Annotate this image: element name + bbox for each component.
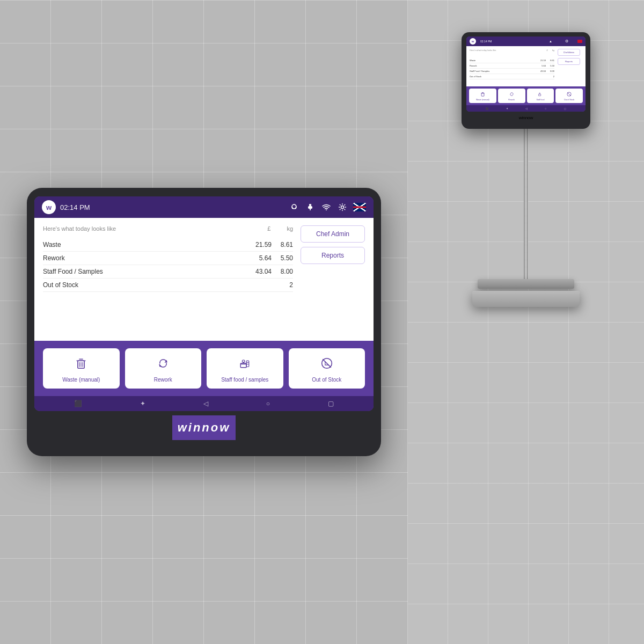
table-header-small: Here's what today looks like £ kg bbox=[470, 49, 554, 54]
reports-button-small[interactable]: Reports bbox=[558, 58, 580, 65]
table-header-title-small: Here's what today looks like bbox=[470, 49, 496, 52]
out-of-stock-label-sm: Out of Stock bbox=[564, 99, 574, 101]
rework-label: Rework bbox=[154, 376, 172, 383]
settings-icon[interactable] bbox=[337, 202, 348, 213]
row-val2: 8.00 bbox=[272, 268, 293, 275]
row-val2: 2 bbox=[272, 281, 293, 289]
rework-button-small[interactable]: Rework bbox=[498, 89, 525, 103]
nav-icon-5[interactable]: ▢ bbox=[328, 400, 334, 407]
svg-rect-3 bbox=[308, 206, 312, 209]
svg-point-6 bbox=[341, 206, 344, 209]
row-val1: 5.64 bbox=[245, 254, 272, 262]
top-bar-icons bbox=[289, 202, 366, 213]
nav-icon-sm-3[interactable]: ◁ bbox=[525, 107, 528, 110]
nav-icon-sm-5[interactable]: ▢ bbox=[564, 107, 566, 110]
svg-line-15 bbox=[323, 359, 331, 368]
svg-point-18 bbox=[539, 93, 540, 94]
scale-platform bbox=[472, 291, 580, 307]
waste-manual-button[interactable]: Waste (manual) bbox=[43, 348, 120, 389]
device-large: w 02:14 PM bbox=[27, 188, 381, 456]
nav-bar-small: ⬛ ✦ ◁ ○ ▢ bbox=[466, 105, 586, 112]
col2-header: kg bbox=[287, 225, 293, 232]
side-buttons: Chef Admin Reports bbox=[301, 225, 365, 333]
chef-admin-button[interactable]: Chef Admin bbox=[301, 225, 365, 243]
col1-header: £ bbox=[267, 225, 270, 232]
brand-name-large: winnow bbox=[172, 415, 236, 440]
table-header-cols: £ kg bbox=[267, 225, 293, 232]
staff-food-icon-small bbox=[537, 90, 544, 98]
table-header-title: Here's what today looks like bbox=[43, 225, 116, 232]
nav-icon-3[interactable]: ◁ bbox=[203, 400, 208, 407]
svg-rect-2 bbox=[310, 204, 311, 206]
svg-rect-16 bbox=[481, 93, 484, 97]
bottom-buttons-area: Waste (manual) Rework bbox=[34, 341, 374, 396]
plug-icon bbox=[305, 202, 316, 213]
table-row-sm: Out of Stock 2 bbox=[470, 74, 554, 79]
col2-sm: kg bbox=[552, 49, 554, 52]
staff-food-button[interactable]: Staff food / samples bbox=[207, 348, 283, 389]
row-label-sm: Staff Food / Samples bbox=[470, 70, 535, 72]
stand-pole bbox=[524, 129, 528, 279]
screen-large: w 02:14 PM bbox=[34, 196, 374, 411]
table-row: Waste 21.59 8.61 bbox=[43, 238, 293, 252]
svg-point-5 bbox=[326, 209, 327, 210]
nav-icon-sm-4[interactable]: ○ bbox=[545, 107, 546, 110]
row-val1: 43.04 bbox=[245, 268, 272, 275]
brand-name-small: winnow bbox=[517, 114, 535, 122]
data-table-small: Here's what today looks like £ kg Waste … bbox=[470, 49, 554, 84]
table-header-cols-small: £ kg bbox=[547, 49, 554, 52]
col1-sm: £ bbox=[547, 49, 548, 52]
stand-base bbox=[478, 279, 574, 289]
row-val1-sm: 21.59 bbox=[535, 59, 546, 62]
row-label-sm: Waste bbox=[470, 59, 535, 62]
waste-manual-label: Waste (manual) bbox=[62, 376, 100, 383]
row-label: Rework bbox=[43, 254, 245, 262]
staff-food-label: Staff food / samples bbox=[221, 376, 268, 383]
staff-food-icon bbox=[235, 354, 254, 373]
nav-bar: ⬛ ✦ ◁ ○ ▢ bbox=[34, 396, 374, 411]
screen-small: w 02:14 PM ▲ ⚙ Here's what today looks l bbox=[466, 36, 586, 112]
rework-icon bbox=[153, 354, 173, 373]
trash-icon bbox=[71, 354, 91, 373]
table-row-sm: Waste 21.59 8.61 bbox=[470, 58, 554, 63]
out-of-stock-button-small[interactable]: Out of Stock bbox=[555, 89, 583, 103]
out-of-stock-button[interactable]: Out of Stock bbox=[289, 348, 365, 389]
no-food-icon bbox=[317, 354, 336, 373]
row-val2-sm: 8.00 bbox=[546, 70, 554, 72]
table-row-sm: Rework 5.64 5.50 bbox=[470, 63, 554, 69]
reports-button[interactable]: Reports bbox=[301, 247, 365, 264]
nav-icon-sm-2[interactable]: ✦ bbox=[506, 107, 508, 110]
bottom-buttons-small: Waste (manual) Rework bbox=[466, 86, 586, 105]
top-bar-small: w 02:14 PM ▲ ⚙ bbox=[466, 36, 586, 46]
flag-icon bbox=[353, 203, 366, 211]
table-row-sm: Staff Food / Samples 43.04 8.00 bbox=[470, 69, 554, 74]
settings-icon-small: ⚙ bbox=[561, 36, 572, 47]
nav-icon-sm-1[interactable]: ⬛ bbox=[486, 107, 488, 110]
nav-icon-2[interactable]: ✦ bbox=[140, 400, 145, 407]
rework-button[interactable]: Rework bbox=[125, 348, 202, 389]
top-bar-left: w 02:14 PM bbox=[42, 200, 90, 214]
winnow-logo-small: w bbox=[470, 38, 476, 45]
row-val2-sm: 2 bbox=[546, 75, 554, 78]
wifi-icon bbox=[321, 202, 332, 213]
chef-admin-button-small[interactable]: Chef Admin bbox=[558, 49, 580, 56]
right-panel: w 02:14 PM ▲ ⚙ Here's what today looks l bbox=[408, 0, 644, 644]
staff-food-button-small[interactable]: Staff food bbox=[527, 89, 554, 103]
row-label: Out of Stock bbox=[43, 281, 245, 289]
row-val2-sm: 5.50 bbox=[546, 64, 554, 67]
svg-rect-17 bbox=[539, 94, 541, 96]
row-val1-sm: 5.64 bbox=[535, 64, 546, 67]
waste-manual-button-small[interactable]: Waste (manual) bbox=[469, 89, 496, 103]
svg-line-20 bbox=[568, 92, 571, 96]
row-label-sm: Rework bbox=[470, 64, 535, 67]
logo-letter: w bbox=[46, 203, 52, 211]
nav-icon-1[interactable]: ⬛ bbox=[74, 400, 82, 407]
device-small-wrapper: w 02:14 PM ▲ ⚙ Here's what today looks l bbox=[462, 32, 590, 307]
rework-label-sm: Rework bbox=[508, 99, 515, 101]
winnow-logo: w bbox=[42, 200, 56, 214]
wifi-icon-small: ▲ bbox=[545, 36, 556, 47]
table-row: Staff Food / Samples 43.04 8.00 bbox=[43, 265, 293, 279]
top-bar-icons-small: ▲ ⚙ bbox=[545, 36, 582, 47]
nav-icon-4[interactable]: ○ bbox=[266, 400, 270, 407]
row-label-sm: Out of Stock bbox=[470, 75, 535, 78]
